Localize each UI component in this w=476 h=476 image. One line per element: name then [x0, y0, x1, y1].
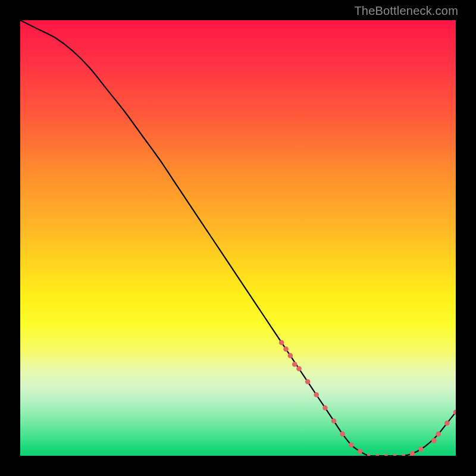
bottleneck-curve — [20, 20, 456, 456]
curve-marker — [349, 442, 354, 447]
chart-container: TheBottleneck.com — [0, 0, 476, 476]
chart-svg — [20, 20, 456, 456]
curve-marker — [410, 451, 415, 456]
curve-marker — [288, 353, 293, 358]
curve-marker — [436, 431, 441, 437]
curve-marker — [322, 405, 328, 411]
curve-marker — [283, 346, 289, 352]
curve-markers — [279, 340, 456, 456]
curve-marker — [296, 366, 302, 371]
curve-marker — [292, 362, 298, 367]
curve-marker — [305, 379, 311, 384]
curve-marker — [367, 454, 371, 456]
curve-marker — [384, 454, 388, 456]
curve-marker — [340, 431, 345, 437]
curve-marker — [453, 410, 456, 415]
curve-marker — [402, 454, 405, 456]
curve-marker — [418, 447, 424, 452]
curve-marker — [331, 418, 337, 424]
curve-marker — [279, 340, 284, 345]
watermark-text: TheBottleneck.com — [354, 4, 458, 18]
curve-marker — [431, 438, 437, 443]
curve-marker — [393, 454, 397, 456]
plot-area — [20, 20, 456, 456]
curve-marker — [314, 392, 319, 397]
curve-marker — [444, 421, 450, 426]
curve-marker — [358, 449, 363, 454]
curve-marker — [375, 454, 379, 456]
